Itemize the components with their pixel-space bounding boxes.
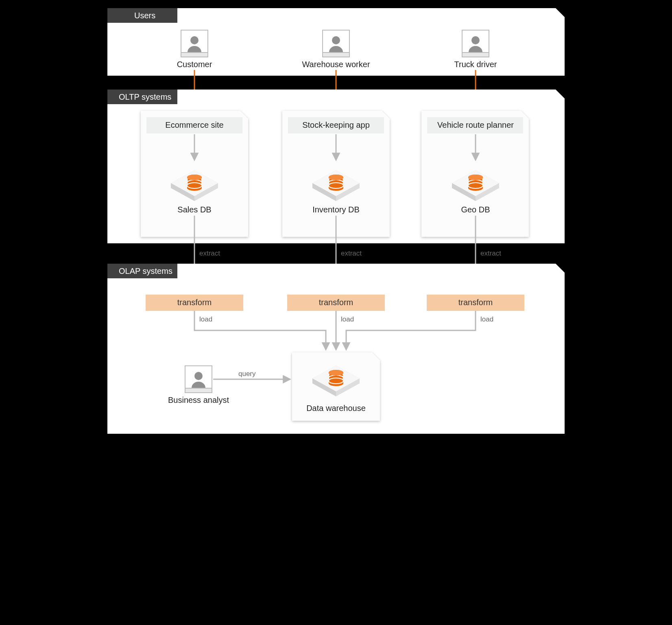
app-label: Stock-keeping app [302, 120, 370, 129]
db-label: Inventory DB [312, 205, 360, 214]
architecture-diagram: Users Customer Warehouse worker Truck dr… [104, 5, 568, 437]
user-label: Customer [177, 60, 212, 69]
person-icon [181, 30, 208, 57]
person-icon [185, 366, 212, 393]
section-label-users: Users [134, 11, 155, 20]
user-label: Warehouse worker [302, 60, 370, 69]
load-label: load [199, 315, 212, 323]
warehouse-label: Data warehouse [306, 404, 366, 413]
section-label-oltp: OLTP systems [119, 92, 171, 101]
person-icon [462, 30, 489, 57]
olap-band: OLAP systems transform transform transfo… [107, 264, 565, 434]
users-band: Users Customer Warehouse worker Truck dr… [107, 8, 565, 76]
data-warehouse-card: Data warehouse [292, 352, 380, 421]
transform-label: transform [458, 298, 493, 307]
transform-label: transform [319, 298, 353, 307]
person-icon [323, 30, 349, 57]
load-label: load [341, 315, 354, 323]
app-label: Vehicle route planner [437, 120, 514, 129]
extract-label: extract [480, 249, 501, 257]
db-label: Sales DB [177, 205, 211, 214]
extract-label: extract [341, 249, 362, 257]
load-label: load [480, 315, 493, 323]
query-label: query [238, 370, 256, 378]
transform-label: transform [177, 298, 212, 307]
user-customer: Customer [177, 30, 212, 69]
extract-label: extract [199, 249, 220, 257]
app-label: Ecommerce site [165, 120, 223, 129]
db-label: Geo DB [461, 205, 490, 214]
analyst-label: Business analyst [168, 396, 229, 404]
section-label-olap: OLAP systems [119, 267, 172, 275]
user-label: Truck driver [454, 60, 497, 69]
